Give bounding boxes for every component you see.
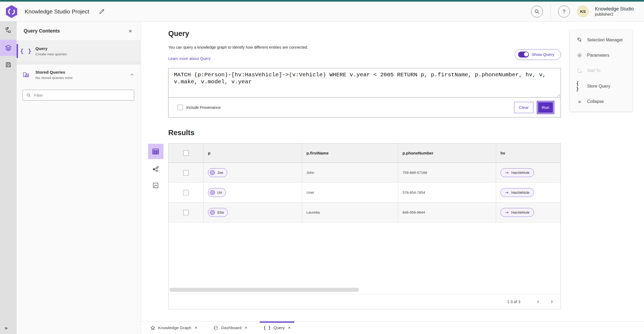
- table-view-button[interactable]: [148, 144, 163, 159]
- column-header-phonenumber[interactable]: p.phoneNumber: [398, 143, 496, 163]
- panel-header: Query Contents ×: [17, 21, 141, 41]
- header-actions: ? KS Knowledge Studio publisher2: [531, 4, 634, 19]
- user-name: publisher2: [595, 12, 634, 17]
- chart-view-button[interactable]: [150, 179, 162, 191]
- filter-box: [23, 90, 134, 100]
- row-checkbox[interactable]: [183, 190, 189, 195]
- sidebar-collapse-button[interactable]: »: [0, 325, 8, 331]
- person-node-chip[interactable]: Etta: [208, 208, 228, 217]
- chevron-left-icon: [536, 300, 540, 304]
- toggle-knob: [524, 52, 529, 57]
- close-icon[interactable]: ×: [195, 325, 197, 331]
- pagination-label: 1-3 of 3: [507, 300, 520, 304]
- query-editor-input[interactable]: MATCH (p:Person)-[hv:HasVehicle]->(v:Veh…: [169, 68, 561, 98]
- action-label: Add To: [587, 68, 601, 73]
- horizontal-scrollbar-thumb[interactable]: [169, 288, 359, 292]
- main-content: Query You can query a knowledge graph to…: [141, 21, 644, 321]
- phonenumber-value: 578-654-7854: [402, 191, 425, 195]
- app-logo: [5, 5, 18, 18]
- row-checkbox[interactable]: [183, 170, 189, 175]
- hierarchy-icon: [5, 27, 12, 34]
- query-description: You can query a knowledge graph to ident…: [168, 45, 561, 49]
- page-title: Knowledge Studio Project: [25, 8, 89, 15]
- next-page-button[interactable]: [545, 296, 558, 307]
- selection-manager-button[interactable]: Selection Manager: [570, 33, 632, 47]
- graph-view-button[interactable]: [150, 163, 162, 175]
- search-icon: [534, 9, 540, 15]
- store-query-button[interactable]: { } Store Query: [570, 80, 632, 93]
- node-dot-icon: [210, 170, 215, 175]
- tab-label: Query: [273, 325, 285, 330]
- edge-chip[interactable]: → HasVehicle: [500, 208, 534, 217]
- sidebar-item-layers[interactable]: [0, 40, 17, 56]
- edge-chip[interactable]: → HasVehicle: [500, 188, 534, 197]
- action-label: Collapse: [587, 99, 604, 104]
- close-icon[interactable]: ×: [245, 325, 247, 331]
- query-controls-row: Include Provenance Clear Run: [169, 98, 561, 117]
- node-dot-icon: [210, 190, 215, 195]
- previous-page-button[interactable]: [532, 296, 545, 307]
- query-section-title: Query: [168, 29, 561, 38]
- tab-query[interactable]: { } Query ×: [258, 322, 296, 334]
- action-label: Store Query: [587, 84, 610, 89]
- close-icon[interactable]: ×: [288, 325, 291, 331]
- person-node-chip[interactable]: Joe: [208, 168, 227, 177]
- person-node-chip[interactable]: Uri: [208, 188, 226, 197]
- pagination-bar: 1-3 of 3: [169, 294, 561, 309]
- user-avatar[interactable]: KS: [577, 5, 589, 17]
- run-button[interactable]: Run: [537, 102, 554, 113]
- sidebar-item-save[interactable]: [0, 58, 17, 71]
- firstname-value: Lauretta: [306, 210, 320, 214]
- panel-item-query[interactable]: { } Query Create new queries: [17, 41, 141, 61]
- clear-button[interactable]: Clear: [514, 102, 533, 113]
- table-row: Uri Uriel 578-654-7854 → HasVehi: [169, 183, 561, 203]
- braces-icon: { }: [576, 81, 583, 92]
- chevron-up-icon[interactable]: [130, 73, 134, 77]
- layers-icon: [5, 44, 12, 51]
- row-checkbox[interactable]: [183, 210, 189, 215]
- gear-icon: [576, 52, 583, 58]
- braces-icon: { }: [17, 48, 35, 54]
- column-header-hv[interactable]: hv: [496, 143, 561, 163]
- edge-chip[interactable]: → HasVehicle: [500, 168, 534, 177]
- sidebar-item-knowledge-graph[interactable]: [0, 24, 17, 37]
- add-to-button[interactable]: Add To: [570, 64, 632, 77]
- table-row: Joe John 759-889-57168 → HasVehi: [169, 163, 561, 183]
- search-button[interactable]: [531, 6, 543, 17]
- phonenumber-value: 846-956-8644: [402, 210, 425, 214]
- app-header: Knowledge Studio Project ? K: [0, 2, 644, 21]
- learn-more-link[interactable]: Learn more about Query: [168, 56, 211, 61]
- filter-input[interactable]: [34, 93, 131, 98]
- edit-title-button[interactable]: [97, 7, 106, 16]
- show-query-toggle[interactable]: Show Query: [515, 49, 561, 60]
- search-icon: [26, 93, 31, 98]
- query-contents-panel: Query Contents × { } Query Create new qu…: [17, 21, 141, 334]
- panel-item-stored-queries[interactable]: Stored Queries No stored queries exist: [17, 64, 141, 85]
- collapse-panel-button[interactable]: » Collapse: [570, 95, 632, 108]
- column-header-firstname[interactable]: p.firstName: [302, 143, 398, 163]
- app-window: Knowledge Studio Project ? K: [0, 0, 644, 334]
- tab-knowledge-graph[interactable]: Knowledge Graph ×: [145, 322, 203, 334]
- arrow-right-icon: →: [505, 210, 508, 215]
- select-all-checkbox[interactable]: [183, 150, 189, 156]
- selection-manager-icon: [576, 37, 583, 43]
- action-label: Parameters: [587, 53, 609, 58]
- item-sublabel: No stored queries exist: [35, 76, 72, 80]
- tab-dashboard[interactable]: Dashboard ×: [208, 322, 253, 334]
- help-button[interactable]: ?: [558, 6, 570, 17]
- include-provenance-label: Include Provenance: [186, 105, 221, 110]
- column-header-p[interactable]: p: [204, 143, 302, 163]
- item-label: Stored Queries: [35, 70, 72, 75]
- toggle-switch-on[interactable]: [518, 52, 529, 58]
- header-divider: [550, 4, 551, 19]
- firstname-value: John: [306, 171, 314, 175]
- results-section-title: Results: [168, 128, 561, 137]
- close-panel-button[interactable]: ×: [127, 27, 134, 35]
- icon-sidebar: »: [0, 21, 17, 334]
- item-label: Query: [35, 46, 67, 51]
- action-label: Selection Manager: [587, 38, 623, 42]
- include-provenance-checkbox[interactable]: [178, 105, 183, 110]
- braces-icon: { }: [264, 325, 271, 330]
- hexagon-logo-icon: [5, 5, 18, 18]
- parameters-button[interactable]: Parameters: [570, 49, 632, 62]
